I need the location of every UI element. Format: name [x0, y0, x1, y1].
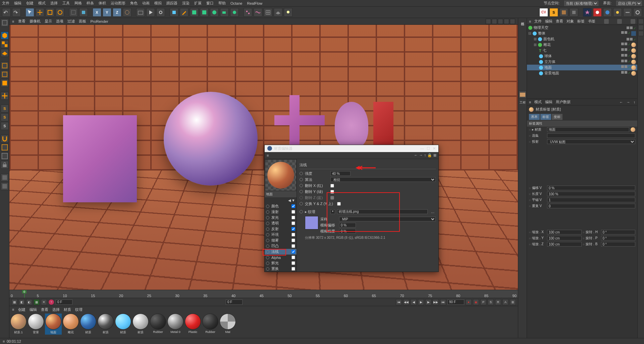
add-spline-button[interactable]	[180, 8, 189, 17]
me-nav-up[interactable]: ↑	[424, 153, 426, 157]
flipx-checkbox[interactable]	[330, 184, 334, 188]
attr-select[interactable]: UVW 贴图	[547, 139, 635, 144]
rotate-tool[interactable]	[56, 8, 64, 17]
add-generator-button[interactable]	[190, 8, 199, 17]
material-thumb-1[interactable]: 背景	[28, 314, 44, 335]
z-axis-toggle[interactable]: Z	[113, 8, 121, 17]
misc-button[interactable]	[570, 8, 578, 17]
vp-nav4[interactable]	[504, 19, 509, 24]
object-flags[interactable]: ✓	[627, 38, 636, 41]
menu-file[interactable]: 文件	[2, 1, 9, 6]
menu-render[interactable]: 渲染	[182, 1, 190, 6]
snap2-button[interactable]: S	[1, 113, 9, 121]
attr-input[interactable]	[547, 204, 635, 208]
menu-simulate[interactable]: 模拟	[154, 1, 162, 6]
xp3[interactable]: ◐	[26, 299, 32, 305]
octane-s-button[interactable]: S	[549, 8, 558, 17]
xp5[interactable]: ✕	[41, 299, 47, 305]
obj-burger[interactable]: ≡	[529, 19, 531, 23]
burger-icon[interactable]: ≡	[3, 339, 5, 343]
object-flags[interactable]: ✓	[621, 65, 636, 70]
mat-select[interactable]: 选择	[52, 307, 60, 312]
channel-颜色[interactable]: 颜色	[265, 203, 297, 209]
add-null-button[interactable]	[170, 8, 178, 17]
material-preview[interactable]	[265, 160, 296, 191]
timeline-ruler[interactable]: 0510 152025 303540 455055 606570 758085 …	[9, 290, 518, 298]
add-deformer-button[interactable]	[200, 8, 209, 17]
channel-置换[interactable]: 置换	[265, 266, 297, 272]
prev-frame-button[interactable]: ◀	[411, 299, 417, 305]
normal-map-swatch[interactable]	[305, 216, 318, 229]
scale-tool[interactable]	[46, 8, 54, 17]
lock-button[interactable]	[1, 161, 9, 169]
menu-mesh[interactable]: 网格	[74, 1, 82, 6]
coord-sys-button[interactable]	[123, 8, 131, 17]
tex-dropdown[interactable]: ▾	[330, 209, 335, 214]
channel-辉光[interactable]: 辉光	[265, 260, 297, 266]
channel-漫射[interactable]: 漫射	[265, 209, 297, 215]
swap-checkbox[interactable]	[337, 202, 341, 206]
me-nav-pop[interactable]: ⊞	[433, 153, 436, 157]
x-axis-toggle[interactable]: X	[93, 8, 101, 17]
channel-checkbox[interactable]	[291, 210, 295, 214]
workplane-mode-button[interactable]	[1, 49, 9, 57]
node-space-select[interactable]: 当前 (标准/物理)	[564, 1, 598, 6]
flipz-checkbox[interactable]	[330, 196, 334, 200]
wp1-button[interactable]	[1, 143, 9, 151]
obj-filter-icon[interactable]	[631, 19, 635, 24]
extra1-button[interactable]	[1, 174, 9, 182]
channel-checkbox[interactable]	[291, 250, 295, 254]
rf-dots[interactable]	[623, 8, 632, 17]
obj-view[interactable]: 查看	[556, 19, 563, 24]
project-icon[interactable]	[519, 90, 527, 98]
channel-checkbox[interactable]	[291, 204, 295, 208]
attr-nav-fwd[interactable]: →	[627, 100, 630, 104]
material-thumb-12[interactable]: Mat	[219, 314, 236, 335]
material-tag-icon[interactable]	[631, 60, 636, 64]
fr3[interactable]	[638, 31, 644, 36]
blurscl-input[interactable]	[339, 229, 356, 233]
material-tag-icon[interactable]	[631, 65, 636, 70]
mat-view[interactable]: 查看	[41, 307, 48, 312]
obj-bookmarks[interactable]: 书签	[588, 19, 595, 24]
menu-tracker[interactable]: 跟踪器	[166, 1, 177, 6]
me-nav-back[interactable]: ←	[414, 153, 418, 157]
mat-material[interactable]: 材质	[64, 307, 71, 312]
menu-character[interactable]: 角色	[130, 1, 138, 6]
mograph-button[interactable]	[244, 8, 252, 17]
tag-icon[interactable]	[631, 31, 636, 36]
me-prev[interactable]: ◀	[288, 198, 291, 203]
play-button[interactable]: ▶	[418, 299, 424, 305]
attr-input[interactable]	[547, 186, 635, 190]
flipy-checkbox[interactable]	[330, 190, 334, 194]
xp4[interactable]: ▦	[34, 299, 40, 305]
rf-node1[interactable]	[583, 8, 592, 17]
redo-button[interactable]	[12, 8, 21, 17]
key-r[interactable]: R	[495, 299, 501, 305]
end-frame-input[interactable]	[447, 299, 464, 305]
menu-create[interactable]: 创建	[26, 1, 34, 6]
rf-rec[interactable]	[593, 8, 602, 17]
obj-search-icon[interactable]	[604, 19, 609, 24]
material-name-label[interactable]: 地面	[265, 191, 297, 197]
attr-input[interactable]	[601, 242, 636, 247]
uv-button[interactable]	[559, 8, 568, 17]
menu-realflow[interactable]: RealFlow	[247, 1, 262, 5]
menu-mode[interactable]: 模式	[38, 1, 46, 6]
material-thumb-11[interactable]: Rubber	[202, 314, 219, 335]
move-tool[interactable]	[36, 8, 44, 17]
key-a[interactable]: A	[502, 299, 508, 305]
channel-Alpha[interactable]: Alpha	[265, 255, 297, 260]
key-s[interactable]: S	[488, 299, 494, 305]
obj-eye-icon[interactable]	[617, 19, 622, 24]
channel-checkbox[interactable]	[291, 227, 295, 231]
material-thumb-3[interactable]: 雕花	[62, 314, 79, 335]
material-tag-icon[interactable]	[631, 71, 636, 76]
tree-row-1[interactable]: ⊟ 整体✓	[527, 30, 637, 36]
obj-tags[interactable]: 标签	[577, 19, 585, 24]
axis-button[interactable]	[1, 92, 9, 100]
attr-input[interactable]	[547, 236, 582, 240]
floor-button[interactable]	[274, 8, 282, 17]
wp2-button[interactable]	[1, 152, 9, 160]
fr1[interactable]	[638, 19, 644, 24]
